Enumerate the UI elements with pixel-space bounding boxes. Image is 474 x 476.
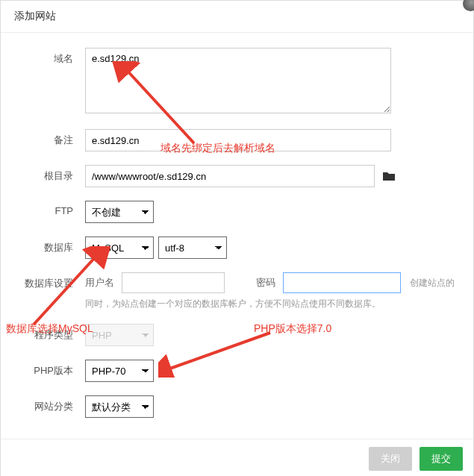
root-input[interactable] [85,165,375,187]
label-db: 数据库 [14,237,85,254]
category-select[interactable]: 默认分类 [85,395,154,418]
label-category: 网站分类 [14,395,85,413]
label-db-settings: 数据库设置 [14,272,85,290]
close-button[interactable]: 关闭 [369,447,412,471]
php-version-select[interactable]: PHP-70 [85,360,154,382]
ftp-select[interactable]: 不创建 [85,201,154,223]
db-pwd-input[interactable] [283,272,401,293]
label-domain: 域名 [14,48,85,66]
db-create-tip: 创建站点的 [410,277,455,289]
dialog-title: 添加网站 [1,1,473,33]
dialog-footer: 关闭 提交 [1,439,473,476]
folder-icon[interactable] [382,171,396,184]
db-engine-select[interactable]: MySQL [85,237,154,259]
program-select: PHP [85,324,154,346]
label-php: PHP版本 [14,360,85,378]
label-root: 根目录 [14,165,85,183]
domain-input[interactable]: e.sd129.cn [85,48,391,113]
submit-button[interactable]: 提交 [420,447,463,471]
db-user-input[interactable] [122,272,225,293]
db-pwd-label: 密码 [256,276,275,289]
label-remark: 备注 [14,129,85,147]
dialog-body: 域名 e.sd129.cn 备注 根目录 FTP 不 [1,33,473,439]
db-user-label: 用户名 [85,276,114,289]
db-help-text: 同时，为站点创建一个对应的数据库帐户，方便不同站点使用不同数据库。 [85,298,460,310]
label-ftp: FTP [14,201,85,216]
label-program: 程序类型 [14,324,85,342]
db-charset-select[interactable]: utf-8 [158,237,227,259]
remark-input[interactable] [85,129,391,151]
add-site-dialog: 添加网站 域名 e.sd129.cn 备注 根目录 FTP [0,0,474,476]
